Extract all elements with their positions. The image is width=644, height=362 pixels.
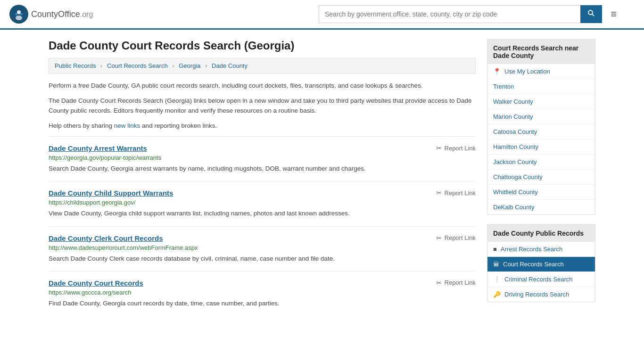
sidebar-nearby-header: Court Records Search near Dade County	[487, 40, 595, 64]
driving-records-link[interactable]: Driving Records Search	[504, 291, 569, 298]
breadcrumb-sep-2: ›	[172, 62, 174, 69]
svg-point-5	[588, 10, 593, 15]
result-desc-2: Search Dade County Clerk case records da…	[49, 254, 476, 263]
result-item-1: Dade County Child Support Warrants ✂ Rep…	[49, 181, 476, 226]
logo-name: CountyOffice	[31, 9, 80, 19]
dekalb-county-link[interactable]: DeKalb County	[493, 204, 534, 211]
criminal-records-icon: ❕	[493, 276, 501, 283]
sidebar-item-trenton[interactable]: Trenton	[487, 79, 595, 94]
results-list: Dade County Arrest Warrants ✂ Report Lin…	[49, 136, 476, 316]
search-area: ≡	[319, 5, 620, 23]
court-records-icon: 🏛	[493, 261, 499, 268]
result-header-1: Dade County Child Support Warrants ✂ Rep…	[49, 189, 476, 197]
sidebar-use-my-location[interactable]: 📍 Use My Location	[487, 64, 595, 79]
sidebar-criminal-records[interactable]: ❕ Criminal Records Search	[487, 272, 595, 287]
sidebar: Court Records Search near Dade County 📍 …	[487, 39, 595, 316]
sidebar-item-marion-county[interactable]: Marion County	[487, 109, 595, 124]
report-text-2: Report Link	[445, 234, 476, 241]
result-item-2: Dade County Clerk Court Records ✂ Report…	[49, 226, 476, 271]
sidebar-court-records[interactable]: 🏛 Court Records Search	[487, 257, 595, 272]
logo-icon	[9, 5, 28, 24]
result-title-1[interactable]: Dade County Child Support Warrants	[49, 189, 173, 197]
hamilton-county-link[interactable]: Hamilton County	[493, 143, 538, 150]
result-item-3: Dade County Court Records ✂ Report Link …	[49, 271, 476, 316]
content-area: Dade County Court Records Search (Georgi…	[49, 39, 476, 316]
report-text-0: Report Link	[445, 145, 476, 152]
result-header-2: Dade County Clerk Court Records ✂ Report…	[49, 234, 476, 242]
sidebar-item-jackson-county[interactable]: Jackson County	[487, 155, 595, 170]
sidebar-nearby-section: Court Records Search near Dade County 📍 …	[487, 39, 595, 215]
jackson-county-link[interactable]: Jackson County	[493, 158, 537, 165]
breadcrumb-georgia[interactable]: Georgia	[179, 62, 200, 69]
search-button[interactable]	[580, 5, 602, 23]
report-icon-2: ✂	[436, 234, 442, 242]
report-icon-0: ✂	[436, 144, 442, 152]
result-title-0[interactable]: Dade County Arrest Warrants	[49, 144, 147, 152]
sidebar-driving-records[interactable]: 🔑 Driving Records Search	[487, 287, 595, 302]
svg-point-1	[17, 10, 21, 14]
report-text-1: Report Link	[445, 189, 476, 197]
result-desc-0: Search Dade County, Georgia arrest warra…	[49, 164, 476, 173]
report-icon-1: ✂	[436, 189, 442, 197]
description-1: Perform a free Dade County, GA public co…	[49, 81, 476, 90]
report-icon-3: ✂	[436, 279, 442, 287]
sidebar-public-records-section: Dade County Public Records ■ Arrest Reco…	[487, 224, 595, 302]
result-url-3[interactable]: https://www.gsccca.org/search	[49, 289, 476, 296]
result-header-3: Dade County Court Records ✂ Report Link	[49, 279, 476, 287]
trenton-link[interactable]: Trenton	[493, 83, 514, 90]
logo-area[interactable]: CountyOffice.org	[9, 5, 93, 24]
description-3: Help others by sharing new links and rep…	[49, 121, 476, 131]
report-link-0[interactable]: ✂ Report Link	[436, 144, 476, 152]
result-desc-1: View Dade County, Georgia child support …	[49, 209, 476, 218]
result-header-0: Dade County Arrest Warrants ✂ Report Lin…	[49, 144, 476, 152]
breadcrumb-sep-1: ›	[100, 62, 102, 69]
marion-county-link[interactable]: Marion County	[493, 113, 533, 120]
breadcrumb-sep-3: ›	[205, 62, 207, 69]
report-text-3: Report Link	[445, 279, 476, 286]
sidebar-item-chattooga-county[interactable]: Chattooga County	[487, 170, 595, 185]
sidebar-item-whitfield-county[interactable]: Whitfield County	[487, 185, 595, 200]
logo-suffix: .org	[80, 10, 93, 18]
result-url-0[interactable]: https://georgia.gov/popular-topic/warran…	[49, 154, 476, 161]
search-input[interactable]	[319, 5, 580, 23]
result-item-0: Dade County Arrest Warrants ✂ Report Lin…	[49, 136, 476, 181]
catoosa-county-link[interactable]: Catoosa County	[493, 128, 537, 135]
walker-county-link[interactable]: Walker County	[493, 98, 533, 105]
breadcrumb-dade-county[interactable]: Dade County	[212, 62, 248, 69]
new-links-link[interactable]: new links	[114, 122, 140, 129]
location-icon: 📍	[493, 68, 501, 75]
sidebar-item-catoosa-county[interactable]: Catoosa County	[487, 124, 595, 140]
report-link-2[interactable]: ✂ Report Link	[436, 234, 476, 242]
result-url-1[interactable]: https://childsupport.georgia.gov/	[49, 199, 476, 206]
svg-point-2	[16, 16, 22, 20]
main-container: Dade County Court Records Search (Georgi…	[39, 30, 605, 325]
result-url-2[interactable]: http://www.dadesuperiorourt.com/webFormF…	[49, 244, 476, 251]
sidebar-arrest-records[interactable]: ■ Arrest Records Search	[487, 242, 595, 257]
svg-point-3	[16, 13, 18, 16]
whitfield-county-link[interactable]: Whitfield County	[493, 189, 538, 196]
sidebar-item-walker-county[interactable]: Walker County	[487, 94, 595, 109]
logo-text: CountyOffice.org	[31, 9, 93, 19]
menu-button[interactable]: ≡	[607, 6, 620, 22]
chattooga-county-link[interactable]: Chattooga County	[493, 173, 543, 181]
svg-point-4	[20, 13, 23, 16]
report-link-1[interactable]: ✂ Report Link	[436, 189, 476, 197]
arrest-records-link[interactable]: Arrest Records Search	[501, 246, 563, 253]
sidebar-item-hamilton-county[interactable]: Hamilton County	[487, 140, 595, 155]
description-2: The Dade County Court Records Search (Ge…	[49, 96, 476, 115]
criminal-records-link[interactable]: Criminal Records Search	[504, 276, 573, 283]
result-title-3[interactable]: Dade County Court Records	[49, 279, 143, 287]
breadcrumb-public-records[interactable]: Public Records	[55, 62, 96, 69]
report-link-3[interactable]: ✂ Report Link	[436, 279, 476, 287]
result-title-2[interactable]: Dade County Clerk Court Records	[49, 234, 163, 242]
breadcrumb: Public Records › Court Records Search › …	[49, 58, 476, 74]
sidebar-public-records-header: Dade County Public Records	[487, 225, 595, 242]
svg-line-6	[592, 14, 594, 16]
page-title: Dade County Court Records Search (Georgi…	[49, 39, 476, 52]
use-my-location-link[interactable]: Use My Location	[504, 68, 550, 75]
breadcrumb-court-records[interactable]: Court Records Search	[107, 62, 168, 69]
sidebar-item-dekalb-county[interactable]: DeKalb County	[487, 200, 595, 214]
arrest-records-icon: ■	[493, 246, 497, 253]
court-records-link[interactable]: Court Records Search	[503, 261, 564, 268]
header: CountyOffice.org ≡	[0, 0, 644, 30]
